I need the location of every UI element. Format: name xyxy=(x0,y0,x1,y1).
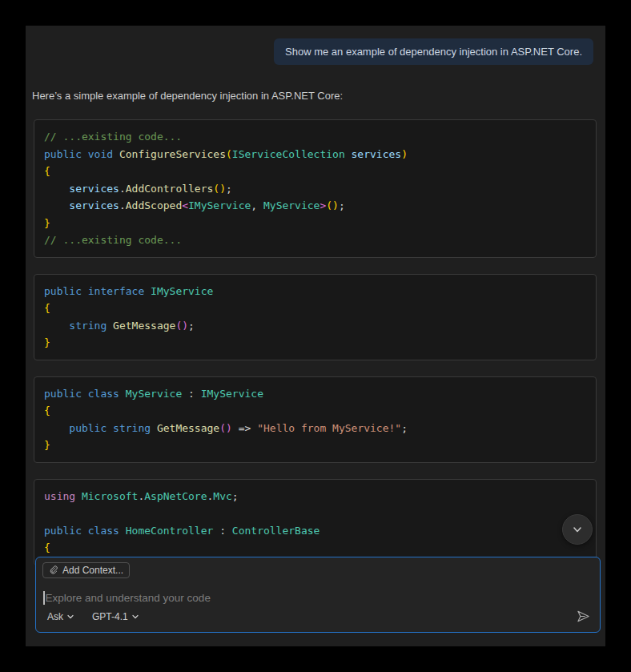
add-context-label: Add Context... xyxy=(62,565,123,576)
chevron-down-icon xyxy=(66,613,74,621)
code-block-myservice-class: public class MyService : IMyService{ pub… xyxy=(34,376,597,463)
send-button[interactable] xyxy=(575,608,592,625)
code-block-imyservice-interface: public interface IMyService{ string GetM… xyxy=(34,274,597,360)
code-block-configure-services: // ...existing code...public void Config… xyxy=(34,119,597,258)
context-row: Add Context... xyxy=(42,562,593,578)
paperclip-icon xyxy=(49,565,58,575)
scroll-to-bottom-button[interactable] xyxy=(562,514,593,545)
model-selector[interactable]: GPT-4.1 xyxy=(89,610,143,624)
chevron-down-icon xyxy=(572,524,583,535)
add-context-button[interactable]: Add Context... xyxy=(42,562,130,578)
user-message-bubble: Show me an example of dependency injecti… xyxy=(274,38,593,65)
input-controls-row: Ask GPT-4.1 xyxy=(44,608,592,625)
mode-selector[interactable]: Ask xyxy=(44,610,78,624)
user-message-row: Show me an example of dependency injecti… xyxy=(26,26,605,65)
code-block-home-controller: using Microsoft.AspNetCore.Mvc; public c… xyxy=(34,479,597,565)
copilot-chat-panel: Show me an example of dependency injecti… xyxy=(26,26,605,646)
input-placeholder: Explore and understand your code xyxy=(46,592,211,604)
send-icon xyxy=(577,610,590,623)
chevron-down-icon xyxy=(131,613,139,621)
text-caret xyxy=(43,591,45,605)
mode-selector-label: Ask xyxy=(47,611,63,622)
assistant-intro-text: Here’s a simple example of dependency in… xyxy=(32,89,597,103)
model-selector-label: GPT-4.1 xyxy=(92,611,128,622)
chat-input-field[interactable]: Explore and understand your code xyxy=(43,587,593,608)
chat-input-box: Add Context... Explore and understand yo… xyxy=(35,557,601,633)
